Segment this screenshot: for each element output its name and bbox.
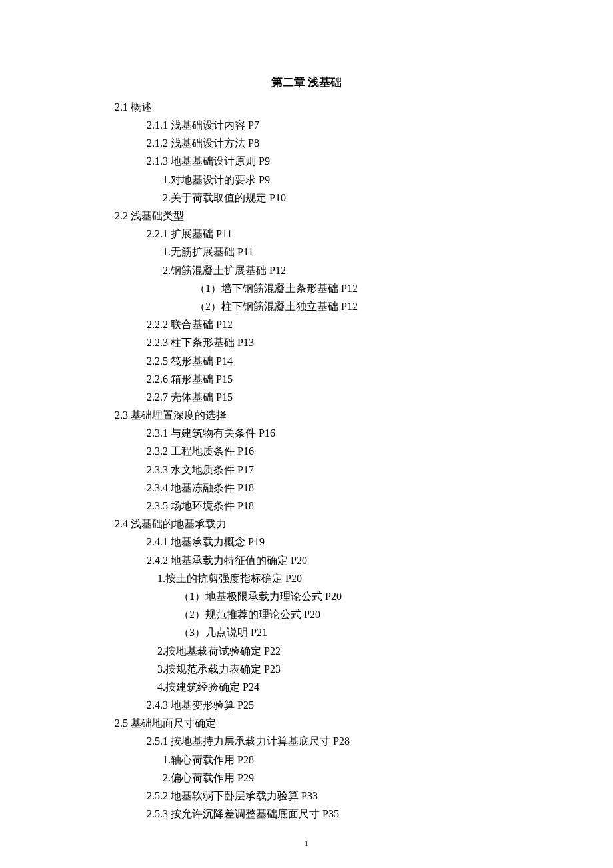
toc-entry: 2.2.2 联合基础 P12 [147, 315, 613, 333]
toc-entry: 1.轴心荷载作用 P28 [163, 751, 613, 769]
toc-entry: （2）柱下钢筋混凝土独立基础 P12 [195, 297, 613, 315]
toc-entry: 2.2.1 扩展基础 P11 [147, 225, 613, 243]
toc-entry: 2.3.5 场地环境条件 P18 [147, 497, 613, 515]
toc-entry: 3.按规范承载力表确定 P23 [157, 660, 613, 678]
toc-entry: （2）规范推荐的理论公式 P20 [179, 605, 613, 623]
toc-entry: 1.无筋扩展基础 P11 [163, 243, 613, 261]
toc-entry: 2.3.4 地基冻融条件 P18 [147, 479, 613, 497]
toc-entry: 2.关于荷载取值的规定 P10 [163, 189, 613, 207]
toc-entry: 2.钢筋混凝土扩展基础 P12 [163, 261, 613, 279]
toc-entry: 2.2.6 箱形基础 P15 [147, 370, 613, 388]
toc-entry: 2.按地基载荷试验确定 P22 [157, 642, 613, 660]
toc-entry: 2.偏心荷载作用 P29 [163, 769, 613, 787]
toc-container: 2.1 概述2.1.1 浅基础设计内容 P72.1.2 浅基础设计方法 P82.… [115, 98, 613, 823]
toc-entry: 2.5.3 按允许沉降差调整基础底面尺寸 P35 [147, 805, 613, 823]
toc-entry: 2.5.2 地基软弱下卧层承载力验算 P33 [147, 787, 613, 805]
toc-entry: 2.2 浅基础类型 [115, 207, 613, 225]
toc-entry: 2.4.2 地基承载力特征值的确定 P20 [147, 551, 613, 569]
toc-entry: 2.4.1 地基承载力概念 P19 [147, 533, 613, 551]
toc-entry: 2.5.1 按地基持力层承载力计算基底尺寸 P28 [147, 732, 613, 750]
toc-entry: 1.按土的抗剪强度指标确定 P20 [157, 569, 613, 587]
toc-entry: 1.对地基设计的要求 P9 [163, 171, 613, 189]
toc-entry: 2.3.1 与建筑物有关条件 P16 [147, 424, 613, 442]
toc-entry: 2.4.3 地基变形验算 P25 [147, 696, 613, 714]
page-number: 1 [0, 836, 613, 851]
toc-entry: 2.3.2 工程地质条件 P16 [147, 442, 613, 460]
toc-entry: 2.1 概述 [115, 98, 613, 116]
toc-entry: 2.1.1 浅基础设计内容 P7 [147, 116, 613, 134]
toc-entry: （1）墙下钢筋混凝土条形基础 P12 [195, 279, 613, 297]
toc-entry: 4.按建筑经验确定 P24 [157, 678, 613, 696]
toc-entry: 2.5 基础地面尺寸确定 [115, 714, 613, 732]
toc-entry: 2.2.5 筏形基础 P14 [147, 352, 613, 370]
toc-entry: 2.2.3 柱下条形基础 P13 [147, 333, 613, 351]
toc-entry: （3）几点说明 P21 [179, 623, 613, 641]
chapter-title: 第二章 浅基础 [0, 73, 613, 93]
toc-entry: 2.3.3 水文地质条件 P17 [147, 461, 613, 479]
toc-entry: 2.2.7 壳体基础 P15 [147, 388, 613, 406]
toc-entry: 2.3 基础埋置深度的选择 [115, 406, 613, 424]
toc-entry: 2.1.3 地基基础设计原则 P9 [147, 152, 613, 170]
toc-entry: 2.1.2 浅基础设计方法 P8 [147, 134, 613, 152]
toc-entry: （1）地基极限承载力理论公式 P20 [179, 587, 613, 605]
toc-entry: 2.4 浅基础的地基承载力 [115, 515, 613, 533]
